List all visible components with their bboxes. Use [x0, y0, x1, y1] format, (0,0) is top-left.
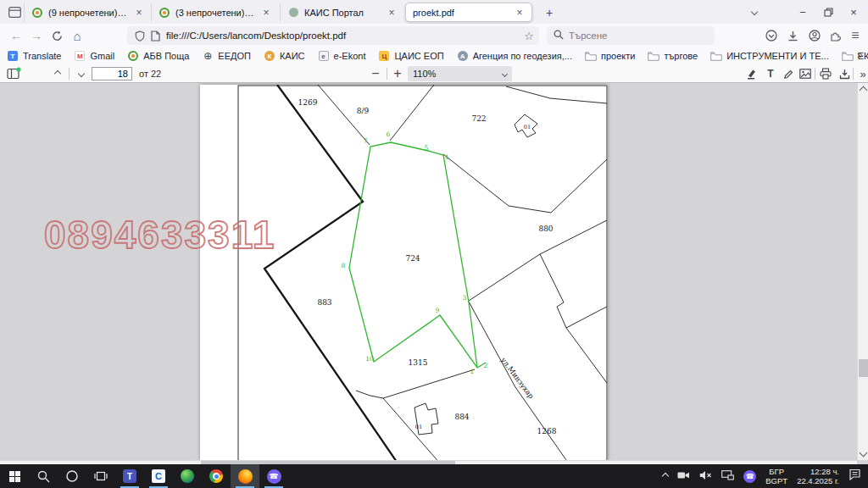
pocket-icon[interactable] [762, 26, 781, 45]
downloads-icon[interactable] [783, 26, 802, 45]
taskbar-c-app-icon[interactable]: C [144, 464, 173, 488]
pdf-highlight-tool-icon[interactable] [743, 66, 760, 81]
url-text[interactable]: file:///C:/Users/lancom/Desktop/proekt.p… [166, 30, 524, 41]
bookmark-label: ИНСТРУМЕНТИ И ТЕ... [726, 51, 829, 61]
show-hidden-icons-button[interactable] [662, 473, 669, 480]
taskbar-firefox-icon[interactable] [231, 464, 259, 488]
forward-button[interactable]: → [27, 26, 46, 45]
tab-title: КАИС Портал [304, 8, 381, 18]
bookmark-item[interactable]: търгове [648, 50, 698, 62]
taskbar-teams-icon[interactable]: T [115, 464, 144, 488]
pdf-zoom-select[interactable]: 110% [408, 66, 512, 81]
tab-close-button[interactable]: × [385, 6, 398, 19]
taskbar-search-button[interactable] [29, 464, 58, 488]
folder-icon [710, 50, 722, 62]
tab-abv-mail-1[interactable]: (9 непрочетени) - АБВ поща × [24, 3, 151, 22]
tab-close-button[interactable]: × [513, 6, 526, 19]
new-tab-button[interactable]: + [541, 4, 558, 21]
abv-mail-favicon [31, 7, 43, 19]
tray-volume-muted-icon[interactable] [699, 469, 712, 484]
vertex-label: 8 [342, 262, 346, 269]
pdf-draw-tool-icon[interactable] [780, 66, 797, 81]
tab-proekt-pdf[interactable]: proekt.pdf × [405, 3, 532, 22]
bookmark-label: Агенция по геодезия,... [473, 51, 572, 61]
vertical-scrollbar[interactable] [857, 83, 868, 460]
bookmarks-overflow-button[interactable]: » [857, 48, 863, 61]
parcel-label: 724 [405, 254, 420, 263]
pdf-sidebar-toggle[interactable] [5, 66, 22, 81]
search-input[interactable] [569, 30, 696, 41]
vertex-label: 3 [463, 294, 467, 302]
bookmark-item[interactable]: АБВ Поща [127, 50, 189, 62]
pdf-zoom-out-button[interactable]: − [367, 66, 384, 81]
scroll-down-arrow[interactable] [860, 449, 868, 458]
vertex-label: 9 [436, 307, 440, 314]
list-all-tabs-button[interactable] [742, 0, 767, 24]
pdf-save-button[interactable] [836, 66, 853, 81]
action-center-button[interactable] [849, 469, 861, 484]
task-view-button[interactable] [86, 464, 115, 488]
parcel-label: 884 [454, 413, 469, 421]
tab-close-button[interactable]: × [259, 6, 273, 19]
account-icon[interactable] [805, 26, 824, 45]
pdf-next-page-button[interactable] [73, 66, 90, 81]
taskbar-clock[interactable]: 12:28 ч. 22.4.2025 г. [797, 467, 839, 485]
pdf-page-number-input[interactable] [92, 67, 132, 80]
scroll-up-arrow[interactable] [860, 86, 868, 95]
navigation-bar: ← → ⌂ file:///C:/Users/lancom/Desktop/pr… [0, 24, 868, 47]
bookmark-item[interactable]: ⊕ЕЕДОП [202, 50, 251, 62]
bookmark-item[interactable]: TTranslate [7, 50, 61, 62]
tray-viber-icon[interactable]: ☎ [743, 470, 756, 483]
cadastral-map: 12698/9722018807248831315884011268ул.Мин… [200, 85, 608, 460]
bookmark-item[interactable]: ИНСТРУМЕНТИ И ТЕ... [710, 50, 829, 62]
tray-connect-display-icon[interactable] [721, 469, 734, 484]
back-button[interactable]: ← [7, 26, 25, 45]
pdf-image-tool-icon[interactable] [797, 66, 814, 81]
page-info-icon[interactable] [147, 30, 163, 42]
window-close-button[interactable]: × [841, 0, 866, 24]
start-button[interactable] [0, 464, 29, 488]
extensions-icon[interactable] [826, 26, 844, 45]
pdf-more-tools-button[interactable]: » [854, 66, 868, 81]
bookmark-item[interactable]: ЦЦАИС ЕОП [378, 50, 443, 62]
taskbar-globe-app-icon[interactable] [173, 464, 202, 488]
bookmark-item[interactable]: MGmail [74, 50, 114, 62]
menu-icon[interactable]: ≡ [846, 26, 865, 45]
map-vertex-labels: 12345678910 [342, 130, 488, 375]
pdf-zoom-in-button[interactable]: + [389, 66, 406, 81]
window-restore-button[interactable] [815, 0, 841, 24]
bookmark-item[interactable]: ee-Ekont [318, 50, 366, 62]
bookmark-item[interactable]: ААгенция по геодезия,... [457, 50, 572, 62]
search-bar[interactable] [547, 26, 715, 45]
cortana-button[interactable] [58, 464, 86, 488]
tab-kais-portal[interactable]: КАИС Портал × [280, 3, 403, 22]
tray-camera-icon[interactable] [677, 469, 690, 484]
bookmark-item[interactable]: проекти [585, 50, 635, 62]
tab-close-button[interactable]: × [132, 6, 146, 19]
reload-button[interactable] [47, 26, 66, 45]
windows-taskbar: T C ☎ ☎ БГР BGPT 12:28 ч. 22.4.2025 г. [0, 464, 868, 488]
vertex-label: 5 [425, 144, 429, 152]
shield-icon[interactable] [132, 30, 147, 42]
pdf-previous-page-button[interactable] [49, 66, 66, 81]
bookmark-label: e-Ekont [334, 51, 366, 61]
pdf-print-button[interactable] [817, 66, 834, 81]
home-button[interactable]: ⌂ [68, 26, 86, 45]
bookmark-star-icon[interactable]: ☆ [524, 30, 534, 42]
pdf-text-tool-icon[interactable]: T [762, 66, 779, 81]
vertex-label: 6 [387, 130, 391, 138]
taskbar-chrome-icon[interactable] [202, 464, 231, 488]
firefox-view-button[interactable] [7, 5, 22, 19]
bookmark-item[interactable]: ЕКО [842, 50, 868, 62]
bookmark-item[interactable]: ККАИС [264, 50, 305, 62]
vertical-scrollbar-thumb[interactable] [859, 359, 868, 377]
url-bar[interactable]: file:///C:/Users/lancom/Desktop/proekt.p… [127, 26, 539, 45]
window-minimize-button[interactable]: − [790, 0, 815, 24]
taskbar-viber-icon[interactable]: ☎ [259, 464, 288, 488]
site-favicon: К [264, 50, 275, 62]
parcel-label: 01 [415, 424, 422, 430]
pdf-page-count-label: от 22 [139, 69, 161, 79]
language-indicator[interactable]: БГР BGPT [765, 467, 787, 485]
tab-abv-mail-2[interactable]: (3 непрочетени) - АБВ поща × [151, 3, 278, 22]
folder-icon [648, 50, 659, 62]
